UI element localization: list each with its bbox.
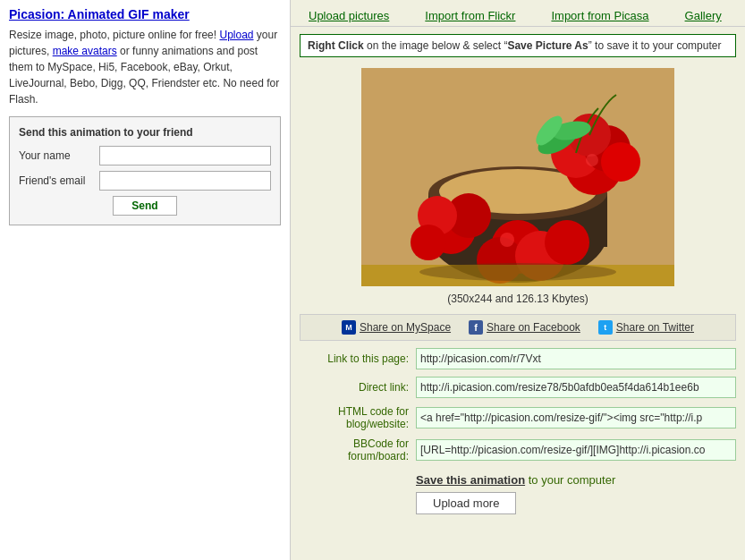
- link-to-page-input[interactable]: [416, 348, 736, 369]
- link-to-page-label: Link to this page:: [300, 352, 416, 365]
- instruction-bar: Right Click on the image below & select …: [300, 34, 736, 57]
- main-content: Upload pictures Import from Flickr Impor…: [291, 0, 745, 560]
- nav-upload[interactable]: Upload pictures: [291, 5, 407, 26]
- instruction-right-click: Right Click: [308, 39, 364, 52]
- html-code-label: HTML code for blog/website:: [300, 405, 416, 430]
- link-to-page-row: Link to this page:: [300, 348, 736, 369]
- share-facebook-link[interactable]: Share on Facebook: [487, 321, 580, 334]
- svg-point-13: [411, 225, 446, 260]
- send-button[interactable]: Send: [113, 196, 176, 216]
- friends-email-label: Friend's email: [19, 174, 99, 187]
- top-navigation: Upload pictures Import from Flickr Impor…: [291, 0, 745, 27]
- share-twitter[interactable]: t Share on Twitter: [598, 320, 694, 335]
- share-myspace[interactable]: M Share on MySpace: [342, 320, 451, 335]
- animated-image[interactable]: [361, 68, 674, 286]
- html-code-row: HTML code for blog/website:: [300, 405, 736, 430]
- share-facebook[interactable]: f Share on Facebook: [469, 320, 580, 335]
- bbcode-input[interactable]: [416, 439, 736, 461]
- avatars-link[interactable]: make avatars: [53, 45, 117, 57]
- site-title[interactable]: Picasion: Animated GIF maker: [9, 7, 281, 21]
- html-code-input[interactable]: [416, 407, 736, 428]
- links-section: Link to this page: Direct link: HTML cod…: [291, 348, 745, 462]
- share-myspace-link[interactable]: Share on MySpace: [360, 321, 451, 334]
- direct-link-row: Direct link:: [300, 377, 736, 398]
- image-area: (350x244 and 126.13 Kbytes): [291, 64, 745, 314]
- image-info: (350x244 and 126.13 Kbytes): [291, 293, 745, 305]
- bbcode-row: BBCode for forum/board:: [300, 437, 736, 462]
- facebook-icon: f: [469, 320, 483, 335]
- nav-picasa[interactable]: Import from Picasa: [533, 5, 666, 26]
- friends-email-row: Friend's email: [19, 171, 271, 191]
- your-name-row: Your name: [19, 146, 271, 165]
- save-animation-link[interactable]: Save this animation: [416, 473, 525, 487]
- upload-more-row: Upload more: [407, 490, 745, 523]
- direct-link-label: Direct link:: [300, 381, 416, 394]
- svg-point-24: [419, 263, 616, 281]
- image-dimensions: (350x244 and: [447, 293, 516, 305]
- upload-link[interactable]: Upload: [219, 29, 253, 41]
- direct-link-input[interactable]: [416, 377, 736, 398]
- svg-point-17: [545, 220, 589, 265]
- your-name-label: Your name: [19, 149, 99, 162]
- svg-point-18: [500, 233, 514, 247]
- svg-point-9: [601, 142, 640, 182]
- nav-flickr[interactable]: Import from Flickr: [407, 5, 533, 26]
- instruction-save-as: Save Picture As: [507, 39, 588, 52]
- image-filesize: 126.13: [516, 293, 549, 305]
- bbcode-label: BBCode for forum/board:: [300, 437, 416, 462]
- share-twitter-link[interactable]: Share on Twitter: [616, 321, 694, 334]
- save-section: Save this animation to your computer: [291, 470, 745, 490]
- svg-point-19: [586, 154, 598, 166]
- instruction-text2: ” to save it to your computer: [588, 39, 722, 52]
- send-animation-box: Send this animation to your friend Your …: [9, 116, 281, 225]
- friends-email-input[interactable]: [99, 171, 271, 191]
- twitter-icon: t: [598, 320, 613, 335]
- instruction-text1: on the image below & select “: [367, 39, 507, 52]
- image-unit: Kbytes): [549, 293, 588, 305]
- sidebar: Picasion: Animated GIF maker Resize imag…: [0, 0, 291, 560]
- share-bar: M Share on MySpace f Share on Facebook t…: [300, 314, 736, 341]
- myspace-icon: M: [342, 320, 356, 335]
- your-name-input[interactable]: [99, 146, 271, 165]
- upload-more-button[interactable]: Upload more: [416, 492, 516, 514]
- send-btn-row: Send: [19, 196, 271, 216]
- save-suffix: to your computer: [525, 473, 615, 487]
- send-box-heading: Send this animation to your friend: [19, 126, 271, 139]
- site-description: Resize image, photo, picture online for …: [9, 27, 281, 107]
- nav-gallery[interactable]: Gallery: [667, 5, 740, 26]
- cherry-svg: [361, 68, 674, 286]
